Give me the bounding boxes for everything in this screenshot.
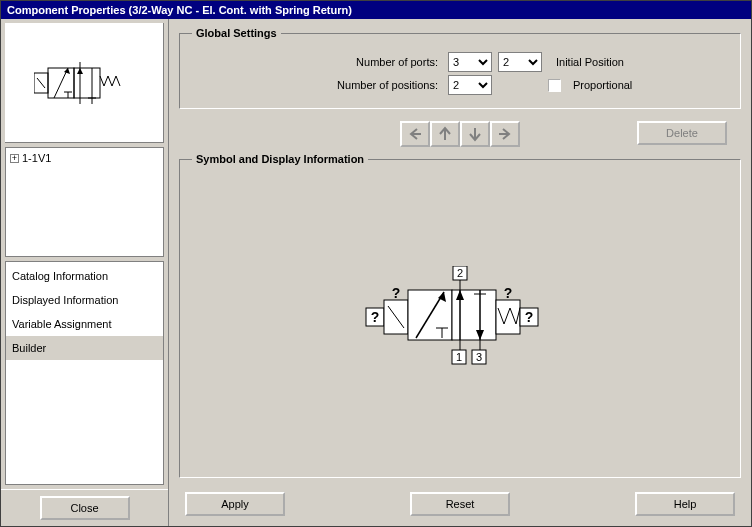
svg-marker-9 xyxy=(77,68,83,74)
svg-text:?: ? xyxy=(504,285,513,301)
arrow-left-icon xyxy=(407,127,423,141)
nav-item-label: Builder xyxy=(12,342,46,354)
arrow-down-icon xyxy=(468,126,482,142)
reset-button[interactable]: Reset xyxy=(410,492,510,516)
delete-button[interactable]: Delete xyxy=(637,121,727,145)
symbol-display-legend: Symbol and Display Information xyxy=(192,153,368,165)
arrow-up-icon xyxy=(438,126,452,142)
nav-list: Catalog Information Displayed Informatio… xyxy=(5,261,164,485)
nav-builder[interactable]: Builder xyxy=(6,336,163,360)
help-button[interactable]: Help xyxy=(635,492,735,516)
proportional-checkbox[interactable] xyxy=(548,79,561,92)
initial-position-label: Initial Position xyxy=(556,56,624,68)
valve-symbol-icon: 2 ? ? xyxy=(360,266,560,376)
right-panel: Global Settings Number of ports: 3 2 Ini… xyxy=(169,19,751,526)
positions-select[interactable]: 2 xyxy=(448,75,492,95)
row-positions: Number of positions: 2 Proportional xyxy=(192,75,728,95)
nav-displayed-information[interactable]: Displayed Information xyxy=(6,288,163,312)
row-ports: Number of ports: 3 2 Initial Position xyxy=(192,52,728,72)
close-row: Close xyxy=(1,489,168,526)
svg-text:?: ? xyxy=(525,309,534,325)
svg-rect-33 xyxy=(496,300,520,334)
ports-select[interactable]: 3 xyxy=(448,52,492,72)
tree-expander-icon[interactable]: + xyxy=(10,154,19,163)
proportional-label: Proportional xyxy=(573,79,632,91)
initial-position-select[interactable]: 2 xyxy=(498,52,542,72)
arrow-up-button[interactable] xyxy=(430,121,460,147)
tree-root-item[interactable]: + 1-1V1 xyxy=(10,152,159,164)
positions-label: Number of positions: xyxy=(192,79,442,91)
symbol-canvas[interactable]: 2 ? ? xyxy=(192,175,728,467)
svg-marker-5 xyxy=(64,68,70,74)
nav-variable-assignment[interactable]: Variable Assignment xyxy=(6,312,163,336)
arrow-right-button[interactable] xyxy=(490,121,520,147)
component-properties-window: Component Properties (3/2-Way NC - El. C… xyxy=(0,0,752,527)
window-title: Component Properties (3/2-Way NC - El. C… xyxy=(7,4,352,16)
port-bottom-right-label: 3 xyxy=(476,351,482,363)
window-titlebar: Component Properties (3/2-Way NC - El. C… xyxy=(1,1,751,19)
global-settings-group: Global Settings Number of ports: 3 2 Ini… xyxy=(179,27,741,109)
nav-catalog-information[interactable]: Catalog Information xyxy=(6,264,163,288)
symbol-display-group: Symbol and Display Information 2 ? ? xyxy=(179,153,741,478)
tree-root-label: 1-1V1 xyxy=(22,152,51,164)
nav-item-label: Catalog Information xyxy=(12,270,108,282)
content-area: + 1-1V1 Catalog Information Displayed In… xyxy=(1,19,751,526)
arrow-right-icon xyxy=(497,127,513,141)
left-panel: + 1-1V1 Catalog Information Displayed In… xyxy=(1,19,169,526)
port-top-label: 2 xyxy=(457,267,463,279)
component-preview xyxy=(5,23,164,143)
component-tree[interactable]: + 1-1V1 xyxy=(5,147,164,257)
global-settings-legend: Global Settings xyxy=(192,27,281,39)
svg-text:?: ? xyxy=(371,309,380,325)
svg-text:?: ? xyxy=(392,285,401,301)
nav-item-label: Variable Assignment xyxy=(12,318,111,330)
arrow-buttons-row: Delete xyxy=(179,121,741,147)
apply-button[interactable]: Apply xyxy=(185,492,285,516)
arrow-left-button[interactable] xyxy=(400,121,430,147)
nav-item-label: Displayed Information xyxy=(12,294,118,306)
ports-label: Number of ports: xyxy=(192,56,442,68)
svg-line-1 xyxy=(37,78,45,88)
footer-buttons: Apply Reset Help xyxy=(179,486,741,518)
preview-symbol-icon xyxy=(34,58,134,108)
port-bottom-left-label: 1 xyxy=(456,351,462,363)
arrow-down-button[interactable] xyxy=(460,121,490,147)
close-button[interactable]: Close xyxy=(40,496,130,520)
